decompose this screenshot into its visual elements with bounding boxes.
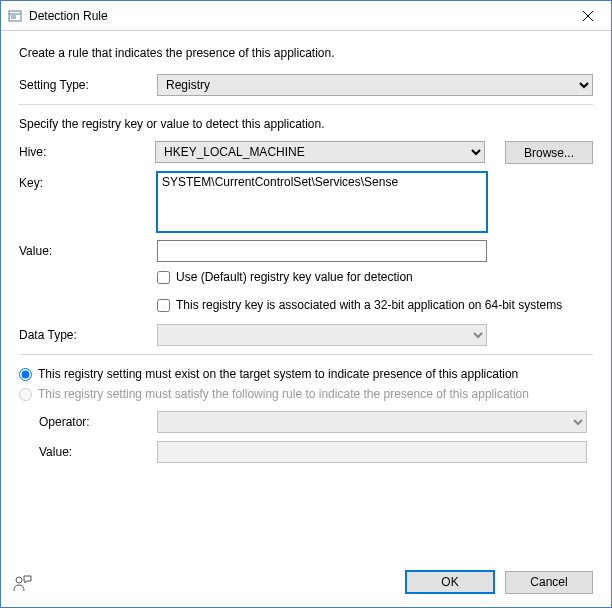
- assoc32-checkbox[interactable]: [157, 299, 170, 312]
- value-input[interactable]: [157, 240, 487, 262]
- radio-satisfy-label: This registry setting must satisfy the f…: [38, 387, 529, 401]
- titlebar: Detection Rule: [1, 1, 611, 31]
- app-icon: [7, 8, 23, 24]
- assoc32-label: This registry key is associated with a 3…: [176, 298, 562, 312]
- radio-exist[interactable]: [19, 368, 32, 381]
- use-default-checkbox-row[interactable]: Use (Default) registry key value for det…: [157, 270, 577, 284]
- ok-button[interactable]: OK: [405, 570, 495, 594]
- value-label: Value:: [19, 240, 157, 258]
- rule-value-input: [157, 441, 587, 463]
- setting-type-select[interactable]: Registry: [157, 74, 593, 96]
- separator-2: [19, 354, 593, 355]
- use-default-checkbox[interactable]: [157, 271, 170, 284]
- close-button[interactable]: [565, 1, 611, 31]
- setting-type-label: Setting Type:: [19, 74, 157, 92]
- key-row: Key:: [19, 172, 593, 232]
- hive-select[interactable]: HKEY_LOCAL_MACHINE: [155, 141, 485, 163]
- use-default-label: Use (Default) registry key value for det…: [176, 270, 413, 284]
- separator-1: [19, 104, 593, 105]
- key-label: Key:: [19, 172, 157, 190]
- datatype-label: Data Type:: [19, 324, 157, 342]
- svg-point-6: [16, 577, 22, 583]
- radio-satisfy: [19, 388, 32, 401]
- content-area: Create a rule that indicates the presenc…: [1, 31, 611, 557]
- window-title: Detection Rule: [29, 9, 108, 23]
- value-row: Value:: [19, 240, 593, 262]
- radio-satisfy-row: This registry setting must satisfy the f…: [19, 387, 593, 401]
- operator-label: Operator:: [39, 411, 157, 429]
- setting-type-row: Setting Type: Registry: [19, 74, 593, 96]
- cancel-button[interactable]: Cancel: [505, 571, 593, 594]
- dialog-window: Detection Rule Create a rule that indica…: [0, 0, 612, 608]
- browse-button[interactable]: Browse...: [505, 141, 593, 164]
- intro-text: Create a rule that indicates the presenc…: [19, 46, 593, 60]
- hive-row: Hive: HKEY_LOCAL_MACHINE Browse...: [19, 141, 593, 164]
- hive-label: Hive:: [19, 141, 155, 159]
- datatype-select: [157, 324, 487, 346]
- radio-exist-row[interactable]: This registry setting must exist on the …: [19, 367, 593, 381]
- operator-select: [157, 411, 587, 433]
- key-input[interactable]: [157, 172, 487, 232]
- rule-value-label: Value:: [39, 441, 157, 459]
- section-text: Specify the registry key or value to det…: [19, 117, 593, 131]
- footer: OK Cancel: [1, 557, 611, 607]
- person-speech-icon: [12, 571, 34, 593]
- datatype-row: Data Type:: [19, 324, 593, 346]
- rule-sub-block: Operator: Value:: [39, 411, 593, 463]
- assoc32-checkbox-row[interactable]: This registry key is associated with a 3…: [157, 298, 577, 312]
- radio-exist-label: This registry setting must exist on the …: [38, 367, 518, 381]
